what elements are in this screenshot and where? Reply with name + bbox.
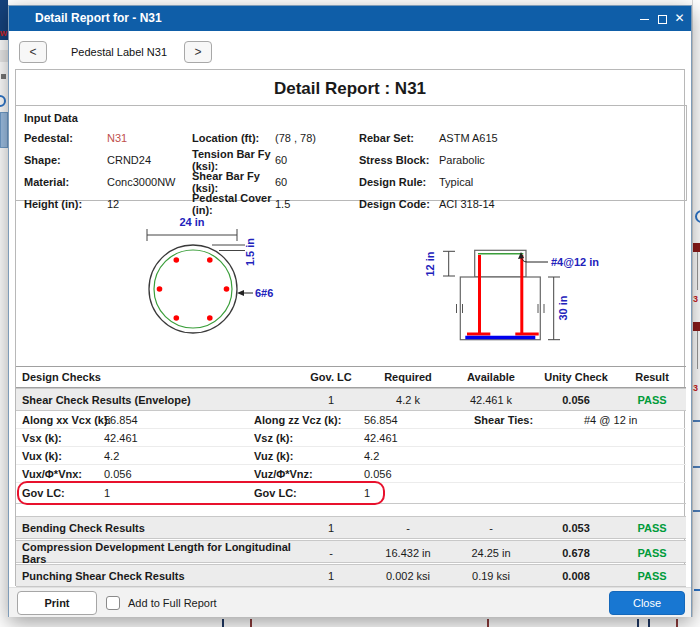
gov-lc-value: - [294, 547, 368, 559]
detail-value: #4 @ 12 in [584, 411, 637, 429]
check-name: Shear Check Results (Envelope) [16, 394, 294, 406]
detail-label: Shear Ties: [474, 411, 533, 429]
minimize-icon [640, 19, 649, 20]
shear-detail-row: Along xx Vcx (k): 56.854 Along zz Vcz (k… [16, 411, 686, 429]
unity-check-value: 0.008 [534, 570, 618, 582]
close-button[interactable]: Close [609, 591, 685, 615]
detail-value: 0.056 [364, 465, 392, 483]
previous-pedestal-button[interactable]: < [19, 41, 47, 63]
field-value: Typical [439, 176, 682, 188]
input-data-heading: Input Data [24, 112, 78, 124]
gov-lc-value: 1 [294, 394, 368, 406]
rebar-count-label: 6#6 [255, 287, 273, 299]
dialog-title: Detail Report for - N31 [35, 11, 162, 25]
result-badge: PASS [618, 547, 686, 559]
tie-spacing-label: #4@12 in [551, 256, 599, 268]
gov-lc-value: 1 [294, 570, 368, 582]
field-label: Rebar Set: [359, 132, 439, 144]
check-name: Punching Shear Check Results [16, 570, 294, 582]
add-to-full-report-label: Add to Full Report [128, 597, 217, 609]
field-label: Pedestal: [24, 132, 107, 144]
field-value: 60 [275, 176, 359, 188]
background-marker [693, 243, 700, 252]
available-value: 42.461 k [448, 394, 534, 406]
rebar-dot [224, 286, 230, 292]
next-pedestal-button[interactable]: > [184, 41, 212, 63]
shear-detail-row: Vux/Φ*Vnx: 0.056 Vuz/Φ*Vnz: 0.056 [16, 465, 686, 483]
dialog-titlebar[interactable]: Detail Report for - N31 ✕ [9, 6, 691, 31]
chevron-right-icon: > [194, 45, 201, 59]
background-circle-fragment [695, 210, 700, 223]
field-label: Design Rule: [359, 176, 439, 188]
background-line [697, 252, 698, 290]
detail-value: 0.056 [104, 465, 132, 483]
field-label: Shape: [24, 154, 107, 166]
field-value: 60 [275, 154, 359, 166]
pedestal-navigation-row: < Pedestal Label N31 > [9, 31, 691, 69]
detail-value: 56.854 [364, 411, 398, 429]
background-line [697, 331, 698, 369]
detail-value: 1 [104, 483, 110, 504]
background-text-fragment: w [0, 28, 7, 38]
pedestal-nav-label: Pedestal Label N31 [71, 46, 167, 58]
maximize-icon [658, 15, 667, 24]
design-table-header: Design Checks Gov. LC Required Available… [16, 366, 686, 388]
background-grid-tick [676, 619, 678, 627]
available-value: 0.19 ksi [448, 570, 534, 582]
background-bottom-strip [0, 617, 700, 627]
pedestal-height-label: 12 in [424, 251, 436, 276]
required-value: 0.002 ksi [368, 570, 448, 582]
detail-value: 4.2 [364, 447, 379, 465]
gov-lc-value: 1 [294, 522, 368, 534]
background-marker [693, 322, 700, 331]
field-value: ASTM A615 [439, 132, 682, 144]
footing-depth-label: 30 in [557, 295, 569, 320]
column-header: Unity Check [534, 371, 618, 383]
detail-label: Gov LC: [254, 483, 297, 504]
maximize-button[interactable] [654, 10, 671, 27]
pedestal-id-value: N31 [107, 132, 192, 144]
background-text-fragment: 3 [693, 294, 698, 304]
background-grid-tick [648, 619, 650, 627]
shear-envelope-row: Shear Check Results (Envelope) 1 4.2 k 4… [16, 388, 686, 411]
detail-label: Vux (k): [22, 447, 62, 465]
unity-check-value: 0.056 [534, 394, 618, 406]
column-header: Required [368, 371, 448, 383]
background-right-strip: 3 3 [692, 0, 700, 627]
report-title: Detail Report : N31 [16, 79, 684, 99]
field-label: Shear Bar Fy (ksi): [192, 170, 275, 194]
governing-load-case-row: Gov LC: 1 Gov LC: 1 [16, 483, 686, 504]
available-value: - [448, 522, 534, 534]
detail-label: Vux/Φ*Vnx: [22, 465, 82, 483]
pedestal-elevation-diagram: 12 in 30 in #4@12 in [412, 242, 604, 350]
field-value: 1.5 [275, 198, 359, 210]
column-header: Result [618, 371, 686, 383]
chevron-left-icon: < [29, 45, 36, 59]
titlebar-close-button[interactable]: ✕ [671, 10, 688, 27]
background-dash [693, 510, 700, 512]
background-dash [693, 466, 700, 468]
width-dimension-label: 24 in [179, 216, 204, 228]
minimize-button[interactable] [636, 10, 653, 27]
report-panel: Detail Report : N31 Input Data Pedestal:… [15, 69, 685, 586]
detail-value: 42.461 [364, 429, 398, 447]
add-to-full-report-checkbox[interactable] [106, 596, 120, 610]
field-value: Parabolic [439, 154, 682, 166]
detail-label: Gov LC: [22, 483, 65, 504]
check-name: Compression Development Length for Longi… [16, 541, 294, 565]
rebar-dot [174, 257, 180, 263]
required-value: - [368, 522, 448, 534]
check-name: Bending Check Results [16, 522, 294, 534]
background-grid-tick [250, 619, 252, 627]
field-label: Height (in): [24, 198, 107, 210]
rebar-dot [157, 286, 163, 292]
field-value: ACI 318-14 [439, 198, 682, 210]
result-badge: PASS [618, 394, 686, 406]
field-label: Location (ft): [192, 132, 275, 144]
field-value: CRND24 [107, 154, 192, 166]
background-grid-tick [222, 619, 224, 627]
column-header: Gov. LC [294, 371, 368, 383]
field-value: Conc3000NW [107, 176, 192, 188]
field-label: Stress Block: [359, 154, 439, 166]
print-button[interactable]: Print [17, 591, 97, 615]
